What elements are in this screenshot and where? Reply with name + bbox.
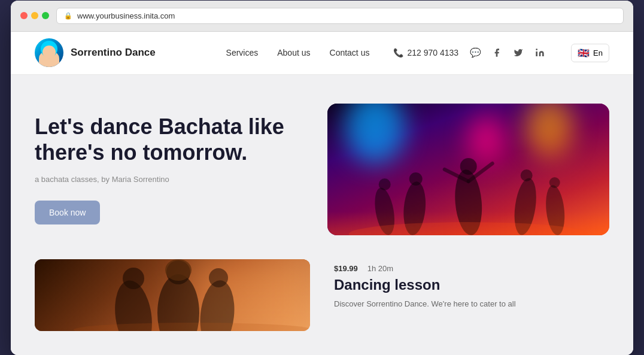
card-description: Discover Sorrentino Dance. We're here to…: [334, 298, 609, 310]
avatar-face: [42, 45, 56, 59]
linkedin-icon[interactable]: [533, 45, 547, 60]
nav-brand: Sorrentino Dance: [35, 38, 156, 67]
browser-titlebar: 🔒 www.yourbusiness.inita.com: [11, 1, 633, 32]
card-meta: $19.99 1h 20m: [334, 264, 609, 273]
facebook-icon[interactable]: [490, 45, 504, 60]
twitter-icon[interactable]: [511, 45, 525, 60]
hero-text: Let's dance Bachata like there's no tomo…: [35, 114, 303, 224]
svg-point-11: [549, 177, 560, 188]
hero-image: [327, 104, 609, 235]
hero-section: Let's dance Bachata like there's no tomo…: [11, 75, 633, 259]
svg-point-5: [409, 172, 422, 186]
close-button[interactable]: [20, 12, 28, 19]
card-title: Dancing lesson: [334, 277, 609, 293]
nav-contact: 📞 212 970 4133 💬: [393, 45, 547, 60]
svg-point-19: [165, 259, 192, 281]
language-label: En: [593, 48, 603, 57]
nav-link-about[interactable]: About us: [277, 48, 310, 57]
window-controls: [20, 12, 49, 19]
book-now-button[interactable]: Book now: [35, 201, 100, 224]
hero-image-container: [327, 104, 609, 235]
social-icons: 💬: [468, 45, 547, 60]
dance-scene: [327, 104, 609, 235]
navigation: Sorrentino Dance Services About us Conta…: [11, 32, 633, 75]
flag-icon: 🇬🇧: [578, 47, 590, 59]
avatar: [35, 38, 63, 67]
svg-point-9: [520, 169, 532, 181]
lock-icon: 🔒: [64, 12, 72, 20]
svg-point-1: [536, 48, 537, 50]
svg-point-21: [209, 268, 228, 287]
url-text: www.yourbusiness.inita.com: [77, 11, 175, 20]
phone-icon: 📞: [393, 48, 403, 57]
warm-scene: [35, 259, 310, 331]
svg-point-16: [123, 268, 144, 289]
nav-link-services[interactable]: Services: [226, 48, 259, 57]
phone-number: 📞 212 970 4133: [393, 48, 458, 57]
cards-section: $19.99 1h 20m Dancing lesson Discover So…: [11, 259, 633, 355]
card-thumbnail: [35, 259, 310, 331]
svg-point-7: [460, 158, 476, 175]
phone-text: 212 970 4133: [407, 48, 458, 57]
hero-subtitle: a bachata classes, by Maria Sorrentino: [35, 175, 291, 184]
svg-point-22: [74, 323, 310, 331]
address-bar[interactable]: 🔒 www.yourbusiness.inita.com: [56, 8, 624, 24]
svg-rect-0: [536, 51, 537, 56]
nav-link-contact[interactable]: Contact us: [330, 48, 370, 57]
minimize-button[interactable]: [31, 12, 38, 19]
svg-point-3: [378, 178, 390, 190]
nav-links: Services About us Contact us: [226, 48, 370, 57]
browser-window: 🔒 www.yourbusiness.inita.com Sorrentino …: [11, 1, 633, 355]
card-content: $19.99 1h 20m Dancing lesson Discover So…: [334, 259, 609, 331]
card-duration: 1h 20m: [367, 264, 393, 273]
whatsapp-icon[interactable]: 💬: [468, 45, 482, 60]
website-content: Sorrentino Dance Services About us Conta…: [11, 32, 633, 355]
hero-title: Let's dance Bachata like there's no tomo…: [35, 114, 291, 165]
card-price: $19.99: [334, 264, 358, 273]
brand-name: Sorrentino Dance: [71, 47, 156, 59]
maximize-button[interactable]: [42, 12, 49, 19]
language-selector[interactable]: 🇬🇧 En: [571, 44, 609, 62]
